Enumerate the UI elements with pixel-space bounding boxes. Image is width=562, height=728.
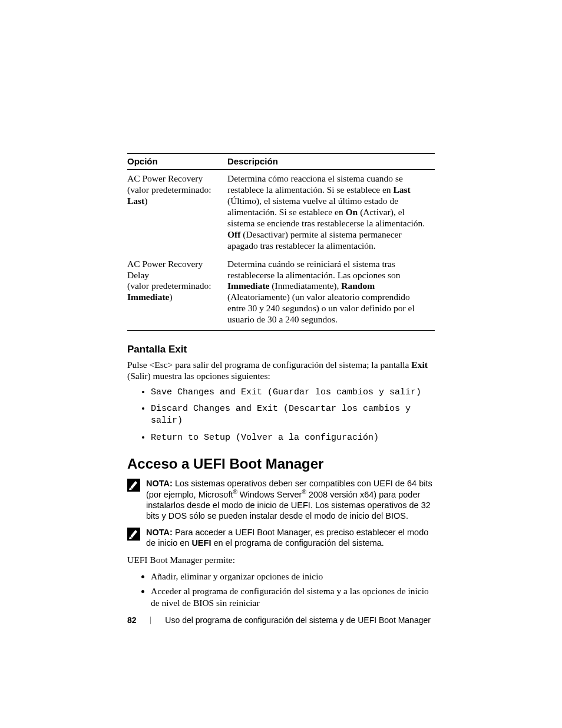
col-header-description: Descripción xyxy=(227,154,435,170)
table-row: AC Power Recovery Delay(valor predetermi… xyxy=(127,255,435,331)
nota-text: NOTA: Para acceder a UEFI Boot Manager, … xyxy=(146,527,435,548)
footer-divider xyxy=(150,617,151,624)
options-table: Opción Descripción AC Power Recovery(val… xyxy=(127,153,435,331)
list-item: Acceder al programa de configuración del… xyxy=(151,585,435,608)
option-cell: AC Power Recovery(valor predeterminado:L… xyxy=(127,170,227,255)
page-footer: 82 Uso del programa de configuración del… xyxy=(127,615,435,625)
page-number: 82 xyxy=(127,615,137,625)
nota-block-1: NOTA: Los sistemas operativos deben ser … xyxy=(127,478,435,521)
nota-label: NOTA: xyxy=(146,528,173,537)
nota-text: NOTA: Los sistemas operativos deben ser … xyxy=(146,478,435,521)
list-item: Discard Changes and Exit (Descartar los … xyxy=(151,403,435,427)
uefi-section-title: Acceso a UEFI Boot Manager xyxy=(127,456,435,472)
nota-body: Los sistemas operativos deben ser compat… xyxy=(146,479,432,521)
exit-options-list: Save Changes and Exit (Guardar los cambi… xyxy=(127,387,435,444)
description-cell: Determina cuándo se reiniciará el sistem… xyxy=(227,255,435,331)
list-item: Añadir, eliminar y organizar opciones de… xyxy=(151,571,435,582)
nota-label: NOTA: xyxy=(146,479,173,488)
document-page: Opción Descripción AC Power Recovery(val… xyxy=(0,0,562,728)
description-cell: Determina cómo reacciona el sistema cuan… xyxy=(227,170,435,255)
option-cell: AC Power Recovery Delay(valor predetermi… xyxy=(127,255,227,331)
exit-heading: Pantalla Exit xyxy=(127,344,435,355)
nota-block-2: NOTA: Para acceder a UEFI Boot Manager, … xyxy=(127,527,435,548)
uefi-intro: UEFI Boot Manager permite: xyxy=(127,554,435,565)
col-header-option: Opción xyxy=(127,154,227,170)
note-icon xyxy=(127,528,140,541)
nota-body: Para acceder a UEFI Boot Manager, es pre… xyxy=(146,528,428,548)
list-item: Return to Setup (Volver a la configuraci… xyxy=(151,432,435,444)
note-icon xyxy=(127,479,140,492)
exit-paragraph: Pulse <Esc> para salir del programa de c… xyxy=(127,359,435,382)
footer-text: Uso del programa de configuración del si… xyxy=(165,615,431,625)
table-row: AC Power Recovery(valor predeterminado:L… xyxy=(127,170,435,255)
list-item: Save Changes and Exit (Guardar los cambi… xyxy=(151,387,435,398)
uefi-bullet-list: Añadir, eliminar y organizar opciones de… xyxy=(127,571,435,608)
